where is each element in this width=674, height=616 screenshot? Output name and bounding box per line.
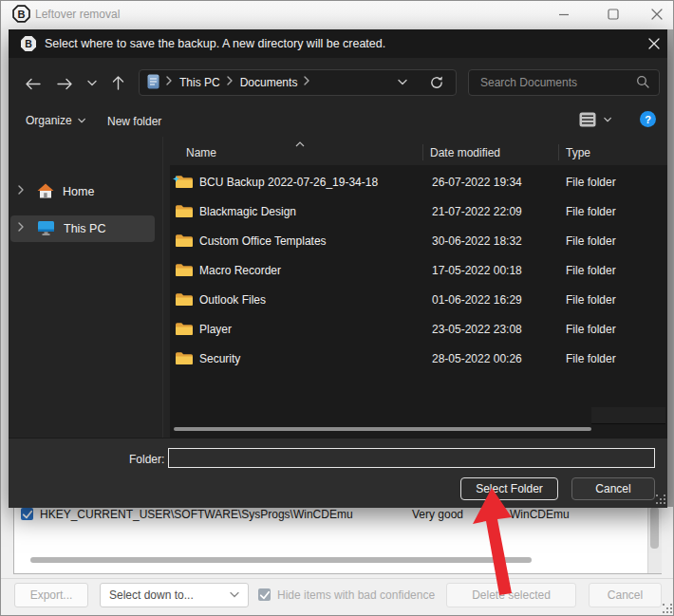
dialog-cancel-label: Cancel — [595, 482, 630, 495]
file-type: File folder — [566, 205, 616, 218]
window-resize-grip[interactable] — [663, 604, 665, 606]
file-row[interactable]: Outlook Files 01-06-2022 16:29 File fold… — [170, 285, 674, 314]
file-row[interactable]: Macro Recorder 17-05-2022 00:18 File fol… — [170, 255, 674, 285]
column-header-row: Name Date modified Type — [162, 140, 667, 164]
horizontal-scrollbar-thumb[interactable] — [30, 557, 532, 563]
file-date: 30-06-2022 18:32 — [432, 234, 522, 248]
select-folder-button[interactable]: Select Folder — [460, 477, 558, 500]
file-type: File folder — [566, 234, 616, 248]
sort-ascending-icon — [295, 137, 305, 150]
minimize-button[interactable] — [550, 4, 578, 25]
new-folder-sparkle-icon — [173, 172, 179, 185]
breadcrumb-chevron-icon[interactable] — [304, 76, 310, 89]
select-down-to-value: Select down to... — [101, 588, 194, 602]
recent-locations-chevron-icon[interactable] — [83, 75, 102, 92]
expand-chevron-icon[interactable] — [18, 222, 25, 235]
window-title: Leftover removal — [35, 8, 120, 21]
svg-text:B: B — [25, 38, 32, 49]
folder-name-input[interactable] — [168, 448, 655, 468]
confidence-value: Very good — [412, 508, 463, 521]
file-type: File folder — [566, 323, 616, 336]
window-titlebar: B Leftover removal — [1, 1, 674, 28]
file-name: BCU Backup 2022-07-26_19-34-18 — [199, 176, 378, 189]
search-icon[interactable] — [636, 75, 649, 91]
documents-icon — [147, 74, 159, 92]
folder-icon — [175, 322, 194, 339]
chevron-down-icon — [230, 588, 240, 602]
sidebar-item-home[interactable]: Home — [10, 178, 155, 205]
file-row[interactable]: Custom Office Templates 30-06-2022 18:32… — [170, 226, 674, 255]
close-button[interactable] — [643, 4, 671, 25]
dialog-footer: Folder: Select Folder Cancel — [9, 438, 667, 508]
select-down-to-dropdown[interactable]: Select down to... — [100, 583, 249, 607]
file-name: Security — [199, 352, 240, 365]
dialog-titlebar: B Select where to save the backup. A new… — [9, 29, 667, 58]
column-divider[interactable] — [422, 144, 423, 160]
up-button[interactable] — [107, 72, 128, 93]
file-date: 01-06-2022 16:29 — [432, 293, 522, 307]
delete-selected-button[interactable]: Delete selected — [446, 583, 576, 607]
file-name: Player — [199, 323, 232, 336]
sidebar-home-label: Home — [63, 185, 94, 198]
organize-button[interactable]: Organize — [26, 114, 86, 127]
column-header-name[interactable]: Name — [186, 146, 216, 159]
file-date: 17-05-2022 00:18 — [432, 264, 522, 277]
folder-icon — [175, 204, 194, 221]
address-dropdown-chevron-icon[interactable] — [398, 79, 408, 86]
breadcrumb-chevron-icon[interactable] — [166, 76, 173, 89]
new-folder-button[interactable]: New folder — [107, 115, 161, 128]
column-header-type[interactable]: Type — [566, 146, 590, 159]
search-input[interactable] — [478, 75, 634, 90]
application-name: WinCDEmu — [510, 508, 570, 521]
forward-button[interactable] — [52, 73, 77, 94]
export-button[interactable]: Export... — [14, 583, 88, 607]
this-pc-icon — [37, 220, 55, 238]
file-type: File folder — [566, 293, 616, 307]
file-name: Blackmagic Design — [199, 205, 296, 218]
dialog-cancel-button[interactable]: Cancel — [571, 477, 655, 500]
expand-chevron-icon[interactable] — [18, 185, 25, 198]
view-mode-chevron-icon[interactable] — [604, 117, 612, 123]
select-folder-label: Select Folder — [476, 482, 543, 495]
bottom-bar: Export... Select down to... Hide items w… — [1, 579, 674, 616]
file-row[interactable]: Player 23-05-2022 23:08 File folder — [170, 314, 674, 344]
list-horizontal-scrollbar-thumb[interactable] — [174, 427, 591, 431]
search-box[interactable] — [468, 69, 660, 96]
app-logo-icon: B — [12, 5, 30, 26]
folder-icon — [175, 233, 194, 251]
view-mode-icon[interactable] — [579, 112, 596, 130]
file-row[interactable]: Blackmagic Design 21-07-2022 22:09 File … — [170, 196, 674, 226]
refresh-icon[interactable] — [429, 75, 444, 90]
vertical-scrollbar-thumb[interactable] — [650, 507, 659, 549]
svg-text:B: B — [17, 9, 25, 20]
back-button[interactable] — [20, 73, 45, 94]
column-header-date[interactable]: Date modified — [430, 146, 500, 159]
file-date: 21-07-2022 22:09 — [432, 205, 522, 218]
pane-divider — [162, 137, 163, 438]
row-checkbox[interactable] — [21, 508, 33, 520]
column-divider[interactable] — [558, 144, 559, 160]
file-row[interactable]: Security 28-05-2022 00:26 File folder — [170, 344, 674, 373]
file-date: 26-07-2022 19:34 — [432, 176, 522, 189]
breadcrumb-documents[interactable]: Documents — [240, 76, 298, 89]
maximize-button[interactable] — [599, 4, 627, 25]
help-button[interactable]: ? — [640, 111, 656, 127]
scrollbar-corner — [591, 407, 665, 424]
app-cancel-button[interactable]: Cancel — [589, 583, 662, 607]
file-row[interactable]: BCU Backup 2022-07-26_19-34-18 26-07-202… — [170, 167, 674, 196]
breadcrumb-chevron-icon[interactable] — [227, 76, 234, 89]
sidebar-item-this-pc[interactable]: This PC — [10, 215, 155, 242]
vertical-scrollbar[interactable] — [647, 505, 662, 573]
dialog-resize-grip[interactable] — [656, 495, 658, 496]
folder-icon — [175, 351, 194, 368]
save-dialog: B Select where to save the backup. A new… — [9, 29, 667, 507]
hide-items-checkbox[interactable] — [258, 588, 271, 601]
breadcrumb-this-pc[interactable]: This PC — [179, 76, 220, 89]
nav-sidebar: Home This PC — [9, 137, 162, 438]
file-name: Outlook Files — [199, 293, 266, 307]
dialog-close-icon[interactable] — [646, 37, 662, 50]
folder-icon — [175, 263, 194, 280]
breadcrumb: This PC Documents — [139, 69, 457, 96]
dialog-title: Select where to save the backup. A new d… — [45, 37, 385, 50]
organize-label: Organize — [26, 114, 72, 127]
